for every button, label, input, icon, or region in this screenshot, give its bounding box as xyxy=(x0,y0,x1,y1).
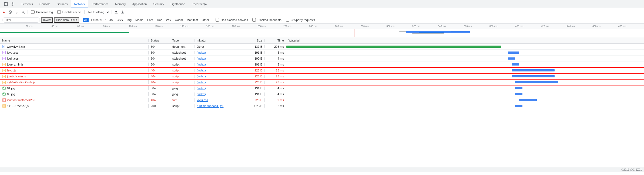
table-row[interactable]: JSjparticle.min.js404script(index)225 B2… xyxy=(0,73,644,79)
cell-type: jpeg xyxy=(170,87,194,90)
cell-initiator[interactable]: (index) xyxy=(194,81,243,84)
ruler-tick: 400 ms xyxy=(515,25,523,28)
filter-type-ws[interactable]: WS xyxy=(165,18,172,22)
dock-icon[interactable] xyxy=(3,1,9,7)
doc-icon xyxy=(2,45,6,49)
table-row[interactable]: JSjquery.min.js304script(index)191 B3 ms xyxy=(0,61,644,67)
filter-type-doc[interactable]: Doc xyxy=(156,18,164,22)
clear-button[interactable] xyxy=(8,9,13,15)
table-row[interactable]: 03.jpg304jpeg(index)191 B4 ms xyxy=(0,91,644,97)
upload-icon[interactable] xyxy=(113,9,119,15)
initiator-link[interactable]: (index) xyxy=(197,63,206,66)
svg-rect-1 xyxy=(4,2,6,6)
filter-type-other[interactable]: Other xyxy=(200,18,211,22)
initiator-link[interactable]: (index) xyxy=(197,57,206,60)
tab-sources[interactable]: Sources xyxy=(53,0,71,8)
img-icon xyxy=(2,86,6,90)
tab-application[interactable]: Application xyxy=(129,0,150,8)
tab-network[interactable]: Network xyxy=(71,0,88,8)
initiator-link[interactable]: runtime.fbeeaff4.js:1 xyxy=(197,104,223,108)
svg-point-2 xyxy=(12,3,13,5)
initiator-link[interactable]: (index) xyxy=(197,81,206,84)
throttle-select[interactable]: No throttling xyxy=(86,10,110,14)
row-filename: jquery.min.js xyxy=(7,63,24,66)
ruler-tick: 380 ms xyxy=(489,25,498,28)
cell-status: 304 xyxy=(149,63,170,66)
filter-type-media[interactable]: Media xyxy=(134,18,145,22)
third-party-input[interactable] xyxy=(286,18,289,22)
cell-initiator[interactable]: (index) xyxy=(194,92,243,96)
waterfall-bar xyxy=(519,99,537,101)
initiator-link[interactable]: (index) xyxy=(197,51,206,54)
col-header-initiator[interactable]: Initiator xyxy=(194,39,243,42)
tab-recorder[interactable]: Recorder ▶ xyxy=(188,0,210,8)
css-icon: CSS xyxy=(2,57,6,60)
row-filename: layui.js xyxy=(7,69,16,72)
table-row[interactable]: JS141.327ce5c7.js200scriptruntime.fbeeaf… xyxy=(0,103,644,109)
initiator-link[interactable]: layui.css xyxy=(197,98,208,102)
ruler-tick: 60 ms xyxy=(77,25,84,28)
disable-cache-checkbox[interactable]: Disable cache xyxy=(56,10,83,14)
table-row[interactable]: JSlayui.js404script(index)225 B25 ms xyxy=(0,67,644,73)
filter-type-js[interactable]: JS xyxy=(108,18,114,22)
cell-initiator[interactable]: (index) xyxy=(194,63,243,66)
filter-type-fetch-xhr[interactable]: Fetch/XHR xyxy=(90,18,107,22)
table-row[interactable]: CSSlayui.css304stylesheet(index)191 B5 m… xyxy=(0,50,644,56)
download-icon[interactable] xyxy=(120,9,125,15)
blocked-requests-checkbox[interactable]: Blocked Requests xyxy=(251,18,283,22)
filter-type-manifest[interactable]: Manifest xyxy=(185,18,199,22)
table-row[interactable]: JSzylVerificationCode.js404script(index)… xyxy=(0,79,644,85)
table-row[interactable]: Aiconfont.woff2?v=256404fontlayui.css225… xyxy=(0,97,644,103)
has-blocked-cookies-checkbox[interactable]: Has blocked cookies xyxy=(214,18,250,22)
table-row[interactable]: CSSlogin.css304stylesheet(index)190 B4 m… xyxy=(0,56,644,61)
col-header-name[interactable]: Name xyxy=(0,39,149,42)
filter-type-font[interactable]: Font xyxy=(146,18,155,22)
settings-icon[interactable] xyxy=(10,1,15,7)
col-header-status[interactable]: Status xyxy=(149,39,170,42)
search-button[interactable] xyxy=(21,9,26,15)
col-header-waterfall[interactable]: Waterfall xyxy=(286,39,644,42)
cell-size: 191 B xyxy=(243,51,265,54)
tab-memory[interactable]: Memory xyxy=(112,0,129,8)
cell-initiator[interactable]: layui.css xyxy=(194,98,243,102)
filter-type-wasm[interactable]: Wasm xyxy=(173,18,184,22)
filter-type-all[interactable]: All xyxy=(83,18,89,22)
cell-initiator[interactable]: (index) xyxy=(194,87,243,90)
cell-initiator[interactable]: (index) xyxy=(194,57,243,60)
filter-type-css[interactable]: CSS xyxy=(115,18,124,22)
col-header-time[interactable]: Time xyxy=(265,39,286,42)
filter-type-img[interactable]: Img xyxy=(125,18,133,22)
cell-initiator[interactable]: runtime.fbeeaff4.js:1 xyxy=(194,104,243,108)
cell-waterfall xyxy=(286,85,644,91)
tab-security[interactable]: Security xyxy=(150,0,167,8)
preserve-log-checkbox[interactable]: Preserve log xyxy=(29,10,55,14)
disable-cache-input[interactable] xyxy=(57,10,61,14)
row-filename: 141.327ce5c7.js xyxy=(7,104,29,108)
blocked-requests-input[interactable] xyxy=(252,18,256,22)
tab-performance[interactable]: Performance xyxy=(88,0,112,8)
timeline-graph[interactable] xyxy=(0,29,644,37)
cell-initiator[interactable]: (index) xyxy=(194,75,243,78)
initiator-link[interactable]: (index) xyxy=(197,69,206,72)
cell-initiator[interactable]: (index) xyxy=(194,51,243,54)
initiator-link[interactable]: (index) xyxy=(197,75,206,78)
hide-data-urls-button[interactable]: Hide data URLs xyxy=(54,17,79,23)
tab-lighthouse[interactable]: Lighthouse xyxy=(167,0,188,8)
has-blocked-cookies-input[interactable] xyxy=(216,18,219,22)
filter-toggle-button[interactable] xyxy=(14,9,19,15)
table-row[interactable]: 01.jpg304jpeg(index)191 B4 ms xyxy=(0,85,644,91)
invert-button[interactable]: Invert xyxy=(41,17,53,23)
preserve-log-input[interactable] xyxy=(31,10,35,14)
initiator-link[interactable]: (index) xyxy=(197,87,206,90)
initiator-link[interactable]: (index) xyxy=(197,92,206,96)
col-header-type[interactable]: Type xyxy=(170,39,194,42)
filter-input[interactable] xyxy=(2,17,40,23)
third-party-checkbox[interactable]: 3rd-party requests xyxy=(284,18,317,22)
tab-elements[interactable]: Elements xyxy=(17,0,36,8)
tab-console[interactable]: Console xyxy=(36,0,53,8)
cell-waterfall xyxy=(286,56,644,61)
cell-initiator[interactable]: (index) xyxy=(194,69,243,72)
record-button[interactable]: ● xyxy=(1,9,6,15)
col-header-size[interactable]: Size xyxy=(243,39,265,42)
table-row[interactable]: www.lyylll.xyz304documentOther139 B298 m… xyxy=(0,44,644,50)
